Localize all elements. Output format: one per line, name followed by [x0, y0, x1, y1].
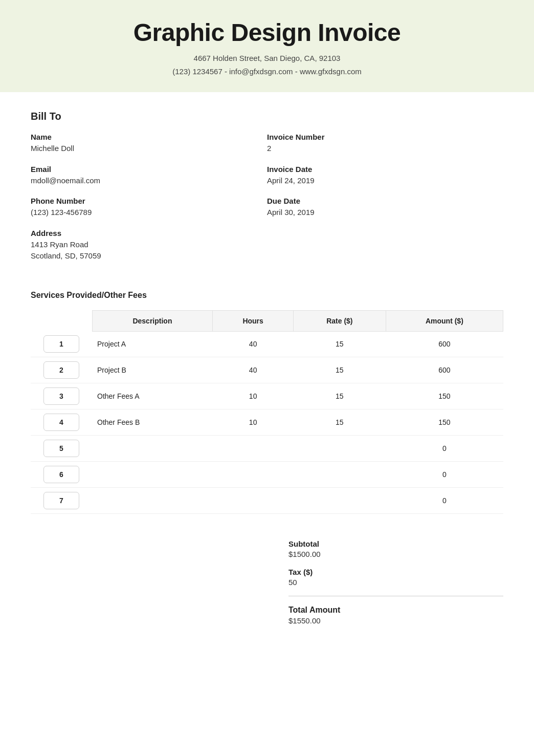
row-description: Project A	[92, 331, 213, 357]
invoice-number-field: Invoice Number 2	[267, 133, 503, 155]
row-rate	[293, 436, 386, 462]
invoice-date-label: Invoice Date	[267, 165, 503, 174]
row-amount: 600	[386, 331, 503, 357]
subtotal-label: Subtotal	[288, 539, 503, 548]
row-number: 4	[43, 414, 79, 431]
subtotal-value: $1500.00	[288, 550, 503, 558]
row-num-cell: 3	[31, 383, 92, 409]
row-amount: 150	[386, 409, 503, 436]
row-num-cell: 1	[31, 331, 92, 357]
row-description	[92, 436, 213, 462]
row-num-cell: 6	[31, 462, 92, 488]
row-hours: 10	[213, 383, 294, 409]
row-rate	[293, 462, 386, 488]
name-field: Name Michelle Doll	[31, 133, 267, 155]
row-hours: 10	[213, 409, 294, 436]
row-description: Project B	[92, 357, 213, 383]
row-number: 1	[43, 335, 79, 353]
row-number: 7	[43, 492, 79, 509]
invoice-title: Graphic Design Invoice	[10, 18, 524, 47]
row-description	[92, 488, 213, 514]
invoice-date-value: April 24, 2019	[267, 175, 503, 187]
phone-field: Phone Number (123) 123-456789	[31, 197, 267, 219]
invoice-header: Graphic Design Invoice 4667 Holden Stree…	[0, 0, 534, 92]
address-label: Address	[31, 229, 267, 237]
row-rate: 15	[293, 357, 386, 383]
row-hours: 40	[213, 331, 294, 357]
row-amount: 0	[386, 462, 503, 488]
row-amount: 0	[386, 436, 503, 462]
services-section: Services Provided/Other Fees Description…	[31, 291, 503, 514]
row-number: 2	[43, 361, 79, 379]
invoice-content: Bill To Name Michelle Doll Email mdoll@n…	[0, 92, 534, 665]
col-rate-header: Rate ($)	[293, 310, 386, 331]
col-num-header	[31, 310, 92, 331]
billing-grid: Name Michelle Doll Email mdoll@noemail.c…	[31, 133, 503, 272]
row-number: 5	[43, 440, 79, 457]
row-num-cell: 4	[31, 409, 92, 436]
billing-right: Invoice Number 2 Invoice Date April 24, …	[267, 133, 503, 272]
row-description: Other Fees B	[92, 409, 213, 436]
row-hours	[213, 436, 294, 462]
table-row: 70	[31, 488, 503, 514]
total-label: Total Amount	[288, 606, 503, 615]
totals-divider	[288, 596, 503, 596]
services-title: Services Provided/Other Fees	[31, 291, 503, 300]
row-amount: 600	[386, 357, 503, 383]
billing-left: Name Michelle Doll Email mdoll@noemail.c…	[31, 133, 267, 272]
tax-label: Tax ($)	[288, 568, 503, 576]
email-value: mdoll@noemail.com	[31, 175, 267, 187]
address-line2: (123) 1234567 - info@gfxdsgn.com - www.g…	[10, 65, 524, 78]
invoice-number-value: 2	[267, 143, 503, 155]
row-rate: 15	[293, 331, 386, 357]
row-num-cell: 7	[31, 488, 92, 514]
name-value: Michelle Doll	[31, 143, 267, 155]
table-row: 3Other Fees A1015150	[31, 383, 503, 409]
col-description-header: Description	[92, 310, 213, 331]
row-hours	[213, 488, 294, 514]
table-row: 1Project A4015600	[31, 331, 503, 357]
email-field: Email mdoll@noemail.com	[31, 165, 267, 187]
name-label: Name	[31, 133, 267, 141]
invoice-table: Description Hours Rate ($) Amount ($) 1P…	[31, 310, 503, 514]
phone-label: Phone Number	[31, 197, 267, 205]
phone-value: (123) 123-456789	[31, 207, 267, 219]
tax-value: 50	[288, 578, 503, 587]
row-rate	[293, 488, 386, 514]
subtotal-row: Subtotal $1500.00	[288, 539, 503, 558]
totals-section: Subtotal $1500.00 Tax ($) 50 Total Amoun…	[31, 539, 503, 634]
table-row: 60	[31, 462, 503, 488]
row-hours: 40	[213, 357, 294, 383]
row-rate: 15	[293, 409, 386, 436]
table-row: 4Other Fees B1015150	[31, 409, 503, 436]
tax-row: Tax ($) 50	[288, 568, 503, 587]
row-hours	[213, 462, 294, 488]
bill-to-section: Bill To Name Michelle Doll Email mdoll@n…	[31, 111, 503, 272]
invoice-date-field: Invoice Date April 24, 2019	[267, 165, 503, 187]
email-label: Email	[31, 165, 267, 174]
bill-to-title: Bill To	[31, 111, 503, 122]
table-header-row: Description Hours Rate ($) Amount ($)	[31, 310, 503, 331]
row-rate: 15	[293, 383, 386, 409]
row-num-cell: 5	[31, 436, 92, 462]
row-description	[92, 462, 213, 488]
invoice-number-label: Invoice Number	[267, 133, 503, 141]
row-num-cell: 2	[31, 357, 92, 383]
totals-box: Subtotal $1500.00 Tax ($) 50 Total Amoun…	[288, 539, 503, 634]
col-hours-header: Hours	[213, 310, 294, 331]
due-date-value: April 30, 2019	[267, 207, 503, 219]
table-row: 50	[31, 436, 503, 462]
col-amount-header: Amount ($)	[386, 310, 503, 331]
row-number: 6	[43, 466, 79, 483]
row-description: Other Fees A	[92, 383, 213, 409]
total-amount-row: Total Amount $1550.00	[288, 606, 503, 625]
row-amount: 0	[386, 488, 503, 514]
table-row: 2Project B4015600	[31, 357, 503, 383]
due-date-field: Due Date April 30, 2019	[267, 197, 503, 219]
due-date-label: Due Date	[267, 197, 503, 205]
address-line1: 4667 Holden Street, San Diego, CA, 92103	[10, 52, 524, 65]
row-amount: 150	[386, 383, 503, 409]
total-value: $1550.00	[288, 616, 503, 625]
company-address: 4667 Holden Street, San Diego, CA, 92103…	[10, 52, 524, 78]
address-field: Address 1413 Ryan Road Scotland, SD, 570…	[31, 229, 267, 262]
